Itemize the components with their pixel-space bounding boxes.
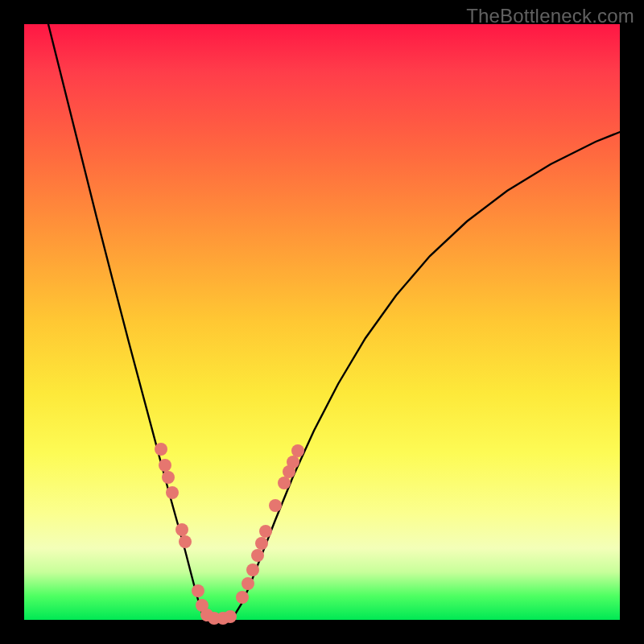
highlight-dot [236, 591, 249, 604]
chart-frame [24, 24, 620, 620]
highlight-dot [246, 564, 259, 576]
highlight-dot [166, 486, 179, 499]
highlight-dot [155, 443, 167, 456]
watermark-text: TheBottleneck.com [466, 5, 634, 27]
highlight-dot [255, 537, 268, 550]
highlight-dot [162, 471, 175, 484]
highlight-dots-group [155, 443, 304, 625]
highlight-dot [259, 525, 272, 538]
highlight-dot [287, 456, 299, 469]
highlight-dot [175, 523, 188, 536]
bottleneck-curve [48, 24, 620, 620]
highlight-dot [269, 499, 282, 512]
highlight-dot [159, 459, 171, 472]
highlight-dot [224, 610, 237, 623]
highlight-dot [291, 444, 304, 457]
highlight-dot [192, 584, 204, 597]
highlight-dot [242, 577, 254, 590]
chart-svg [24, 24, 620, 620]
highlight-dot [278, 477, 291, 489]
highlight-dot [179, 535, 192, 548]
highlight-dot [251, 549, 264, 562]
